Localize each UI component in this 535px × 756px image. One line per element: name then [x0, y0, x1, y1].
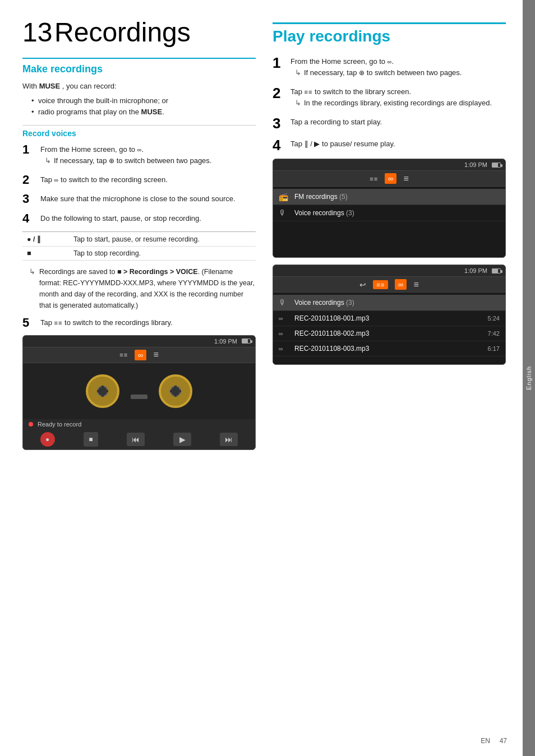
- section-divider-make: [22, 58, 256, 59]
- ready-label: Ready to record: [38, 421, 81, 428]
- intro-text2: , you can record:: [62, 82, 117, 90]
- device-controls-bar: ● ■ ⏮ ▶ ⏭: [23, 429, 255, 449]
- left-column: 13 Recordings Make recordings With MUSE …: [22, 17, 256, 739]
- menu2-nav-icon: ≡: [403, 174, 408, 184]
- tape-visual: [23, 363, 255, 419]
- step-4: 4 Do the following to start, pause, or s…: [22, 211, 256, 226]
- ctrl-symbol-1: ● / ‖: [22, 232, 69, 247]
- tape-reel-left: [86, 374, 119, 408]
- controls-table: ● / ‖ Tap to start, pause, or resume rec…: [22, 231, 256, 261]
- play-button[interactable]: ▶: [173, 433, 191, 446]
- grid2-icon: ≡≡: [370, 175, 378, 182]
- main-content: 13 Recordings Make recordings With MUSE …: [0, 0, 523, 756]
- device-time-2: 1:09 PM: [464, 161, 487, 168]
- control-row-2: ■ Tap to stop recording.: [22, 247, 256, 261]
- menu3-nav-icon: ≡: [413, 280, 418, 290]
- rec-file-icon-1: ∞: [279, 315, 290, 322]
- device-header-1: 1:09 PM: [23, 336, 255, 347]
- rec-file-row-1[interactable]: ∞ REC-20101108-001.mp3 5:24: [273, 311, 505, 326]
- record-button[interactable]: ●: [40, 432, 55, 447]
- ctrl-desc-1: Tap to start, pause, or resume recording…: [69, 232, 256, 247]
- ready-dot-icon: [29, 422, 33, 426]
- tape-nav-icon: ∞: [135, 350, 146, 360]
- intro-bold: MUSE: [39, 82, 61, 90]
- step-3: 3 Make sure that the microphone is close…: [22, 192, 256, 206]
- play-step-2: 2 Tap ≡≡ to switch to the library screen…: [273, 85, 506, 110]
- voice-recordings-row-1[interactable]: 🎙 Voice recordings (3): [273, 205, 505, 221]
- sidebar-tab: English: [523, 0, 535, 756]
- fm-recordings-label: FM recordings (5): [294, 193, 500, 201]
- intro-text: With: [22, 82, 37, 90]
- info-note: Recordings are saved to ■ > Recordings >…: [22, 266, 256, 311]
- play-step-1: 1 From the Home screen, go to ∞. If nece…: [273, 54, 506, 80]
- footer-lang: EN: [481, 737, 490, 745]
- play-step-3: 3 Tap a recording to start play.: [273, 115, 506, 132]
- back3-icon: ↩: [359, 280, 366, 289]
- play-recordings-heading: Play recordings: [273, 22, 506, 45]
- step-1: 1 From the Home screen, go to ∞. If nece…: [22, 142, 256, 168]
- footer-page: 47: [500, 737, 507, 745]
- tape3-nav-icon: ∞: [395, 279, 407, 290]
- device-screenshot-library2: 1:09 PM ↩ ≡≡ ∞ ≡ 🎙 Voice recordings (3: [273, 265, 506, 365]
- fm-recordings-row[interactable]: 📻 FM recordings (5): [273, 189, 505, 205]
- empty-space: [273, 221, 505, 255]
- rec-file-name-2: REC-20101108-002.mp3: [294, 330, 483, 337]
- rec-file-name-3: REC-20101108-003.mp3: [294, 345, 483, 353]
- device-screenshot-library1: 1:09 PM ≡≡ ∞ ≡ 📻 FM recordings (5): [273, 159, 506, 258]
- stop-button[interactable]: ■: [84, 432, 98, 447]
- chapter-title: 13 Recordings: [22, 17, 256, 48]
- device-time-1: 1:09 PM: [214, 338, 237, 345]
- next-button[interactable]: ⏭: [220, 433, 238, 446]
- record-voices-heading: Record voices: [22, 125, 256, 138]
- prev-button[interactable]: ⏮: [127, 433, 145, 446]
- tape-connector: [131, 395, 147, 399]
- battery-icon-2: [492, 163, 501, 168]
- ctrl-symbol-2: ■: [22, 247, 69, 261]
- device-screenshot-recording: 1:09 PM ≡≡ ∞ ≡: [22, 335, 256, 450]
- rec-file-duration-3: 6:17: [488, 345, 500, 352]
- fm-icon: 📻: [279, 192, 290, 201]
- chapter-number: 13: [22, 17, 52, 47]
- intro-bullets: voice through the built-in microphone; o…: [22, 95, 256, 119]
- page-container: English 13 Recordings Make recordings Wi…: [0, 0, 535, 756]
- device-nav-2: ≡≡ ∞ ≡: [273, 171, 505, 187]
- voice-icon-2: 🎙: [279, 298, 290, 307]
- voice-icon-1: 🎙: [279, 208, 290, 217]
- rec-file-name-1: REC-20101108-001.mp3: [294, 314, 483, 322]
- rec-file-duration-2: 7:42: [488, 330, 500, 337]
- rec-file-duration-1: 5:24: [488, 315, 500, 322]
- control-row-1: ● / ‖ Tap to start, pause, or resume rec…: [22, 232, 256, 247]
- status-bar-1: Ready to record: [23, 419, 255, 429]
- rec-file-row-3[interactable]: ∞ REC-20101108-003.mp3 6:17: [273, 341, 505, 356]
- right-column: Play recordings 1 From the Home screen, …: [273, 17, 506, 739]
- device-header-3: 1:09 PM: [273, 265, 505, 277]
- grid3-icon: ≡≡: [373, 280, 388, 289]
- bottom-padding: [273, 356, 505, 362]
- sidebar-label: English: [525, 366, 532, 390]
- library-body-2: 🎙 Voice recordings (3) ∞ REC-20101108-00…: [273, 293, 505, 364]
- device-nav-3: ↩ ≡≡ ∞ ≡: [273, 277, 505, 293]
- device-header-2: 1:09 PM: [273, 159, 505, 171]
- battery-icon-3: [492, 268, 501, 273]
- intro-paragraph: With MUSE , you can record:: [22, 81, 256, 92]
- grid-icon: ≡≡: [119, 351, 128, 358]
- step-5: 5 Tap ≡≡ to switch to the recordings lib…: [22, 316, 256, 330]
- rec-file-icon-3: ∞: [279, 345, 290, 352]
- step-1-sub: If necessary, tap ⊕ to switch between tw…: [40, 155, 256, 166]
- battery-icon-1: [242, 338, 251, 344]
- make-recordings-heading: Make recordings: [22, 63, 256, 75]
- page-footer: EN 47: [481, 737, 507, 745]
- menu-nav-icon: ≡: [153, 350, 158, 360]
- play-step-1-sub: If necessary, tap ⊕ to switch between tw…: [290, 67, 506, 78]
- voice-recordings-label-2: Voice recordings (3): [294, 299, 500, 307]
- chapter-title-text: Recordings: [54, 17, 191, 47]
- voice-recordings-label-1: Voice recordings (3): [294, 209, 500, 217]
- tape2-nav-icon: ∞: [385, 173, 396, 184]
- rec-file-icon-2: ∞: [279, 330, 290, 337]
- rec-file-row-2[interactable]: ∞ REC-20101108-002.mp3 7:42: [273, 326, 505, 341]
- step-2: 2 Tap ∞ to switch to the recording scree…: [22, 173, 256, 187]
- bullet-2: radio programs that play on the MUSE.: [31, 106, 256, 118]
- device-nav-1: ≡≡ ∞ ≡: [23, 347, 255, 363]
- voice-recordings-row-2[interactable]: 🎙 Voice recordings (3): [273, 295, 505, 311]
- device-time-3: 1:09 PM: [464, 267, 487, 274]
